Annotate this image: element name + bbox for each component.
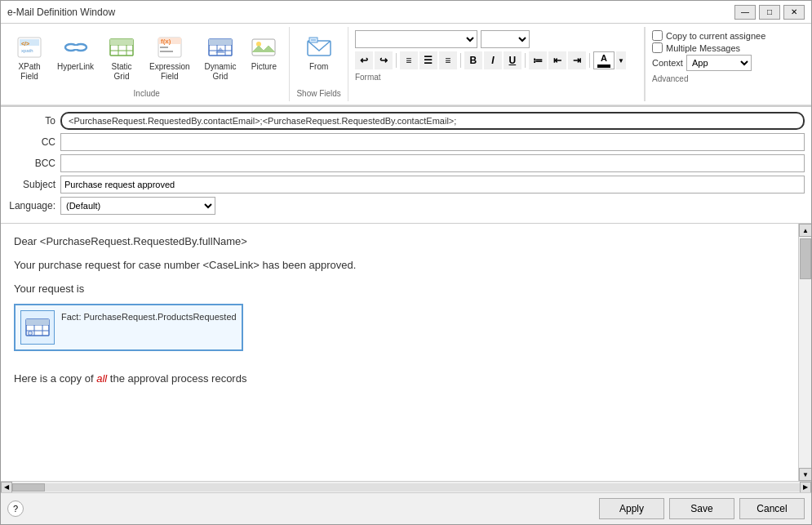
advanced-group-label: Advanced bbox=[652, 74, 801, 83]
dynamic-grid-label: DynamicGrid bbox=[205, 62, 237, 82]
context-row: Context App bbox=[652, 55, 801, 71]
hyperlink-icon bbox=[63, 34, 89, 60]
align-left-button[interactable]: ≡ bbox=[400, 51, 418, 69]
list-button[interactable]: ≔ bbox=[529, 51, 547, 69]
expression-field-button[interactable]: f(x) ExpressionField bbox=[144, 30, 195, 86]
content-line2: Your purchase request for case number <C… bbox=[14, 257, 785, 274]
font-dropdown[interactable] bbox=[355, 30, 477, 48]
underline-button[interactable]: U bbox=[504, 51, 521, 69]
indent-left-button[interactable]: ⇤ bbox=[548, 51, 566, 69]
close-button[interactable]: ✕ bbox=[783, 5, 805, 20]
color-swatch bbox=[597, 65, 610, 68]
redo-button[interactable]: ↪ bbox=[375, 51, 393, 69]
apply-button[interactable]: Apply bbox=[599, 498, 664, 519]
language-dropdown[interactable]: (Default) bbox=[60, 197, 215, 215]
from-label: From bbox=[309, 62, 328, 72]
from-icon bbox=[306, 34, 332, 60]
form-area: To <PurchaseRequest.RequestedBy.contactE… bbox=[1, 107, 811, 224]
help-icon: ? bbox=[13, 504, 18, 514]
color-letter: A bbox=[601, 52, 607, 64]
subject-label: Subject bbox=[7, 179, 60, 190]
hyperlink-button[interactable]: HyperLink bbox=[51, 30, 100, 76]
svg-rect-35 bbox=[26, 319, 49, 325]
dynamic-grid-icon bbox=[207, 34, 233, 60]
svg-rect-23 bbox=[209, 39, 232, 45]
vertical-scrollbar[interactable]: ▲ ▼ bbox=[798, 224, 811, 481]
static-grid-button[interactable]: StaticGrid bbox=[103, 30, 140, 86]
bold-button[interactable]: B bbox=[464, 51, 482, 69]
window-title: e-Mail Definition Window bbox=[7, 7, 115, 18]
copy-to-assignee-checkbox[interactable] bbox=[652, 30, 663, 41]
content-line3: Your request is bbox=[14, 281, 785, 298]
svg-text:f(x): f(x) bbox=[161, 38, 171, 45]
save-button[interactable]: Save bbox=[669, 498, 734, 519]
minimize-button[interactable]: — bbox=[734, 5, 756, 20]
scroll-up-button[interactable]: ▲ bbox=[799, 224, 811, 237]
from-button[interactable]: From bbox=[300, 30, 338, 76]
advanced-group: Copy to current assignee Multiple Messag… bbox=[645, 27, 808, 101]
align-right-button[interactable]: ≡ bbox=[439, 51, 457, 69]
scroll-down-button[interactable]: ▼ bbox=[799, 468, 811, 481]
separator-3 bbox=[525, 53, 526, 68]
cc-row: CC bbox=[7, 133, 805, 151]
include-group-label: Include bbox=[134, 89, 160, 98]
context-label: Context bbox=[652, 58, 683, 68]
grid-widget-label: Fact: PurchaseRequest.ProductsRequested bbox=[61, 310, 237, 345]
content-line1: Dear <PurchaseRequest.RequestedBy.fullNa… bbox=[14, 234, 785, 251]
separator-4 bbox=[589, 53, 590, 68]
xpath-field-label: XPathField bbox=[18, 62, 40, 82]
picture-icon bbox=[251, 34, 277, 60]
size-dropdown[interactable] bbox=[481, 30, 530, 48]
window-controls: — □ ✕ bbox=[734, 5, 805, 20]
cancel-button[interactable]: Cancel bbox=[739, 498, 805, 519]
copy-to-assignee-row: Copy to current assignee bbox=[652, 30, 801, 41]
svg-rect-17 bbox=[160, 51, 173, 52]
undo-button[interactable]: ↩ bbox=[355, 51, 373, 69]
svg-text:</>: </> bbox=[21, 41, 29, 47]
ribbon: </>xpath XPathField HyperLink bbox=[1, 24, 811, 107]
svg-rect-16 bbox=[160, 47, 168, 48]
bcc-label: BCC bbox=[7, 158, 60, 169]
dynamic-grid-button[interactable]: DynamicGrid bbox=[199, 30, 242, 86]
to-field-value[interactable]: <PurchaseRequest.RequestedBy.contactEmai… bbox=[69, 116, 456, 126]
language-label: Language: bbox=[7, 200, 60, 211]
multiple-messages-checkbox[interactable] bbox=[652, 42, 663, 53]
subject-input[interactable] bbox=[60, 176, 805, 194]
multiple-messages-row: Multiple Messages bbox=[652, 42, 801, 53]
context-dropdown[interactable]: App bbox=[686, 55, 752, 71]
align-center-button[interactable]: ☰ bbox=[419, 51, 437, 69]
h-scroll-left-button[interactable]: ◀ bbox=[1, 482, 12, 493]
italic-button[interactable]: I bbox=[484, 51, 502, 69]
picture-button[interactable]: Picture bbox=[245, 30, 282, 76]
include-items: </>xpath XPathField HyperLink bbox=[11, 30, 282, 86]
horizontal-scrollbar[interactable]: ◀ ▶ bbox=[1, 481, 811, 492]
ribbon-content: </>xpath XPathField HyperLink bbox=[1, 24, 811, 105]
xpath-field-button[interactable]: </>xpath XPathField bbox=[11, 30, 48, 86]
subject-row: Subject bbox=[7, 176, 805, 194]
format-top-row bbox=[355, 30, 637, 48]
cc-input[interactable] bbox=[60, 133, 805, 151]
svg-rect-25 bbox=[252, 39, 275, 56]
color-button[interactable]: A bbox=[593, 51, 615, 69]
indent-right-button[interactable]: ⇥ bbox=[568, 51, 586, 69]
xpath-icon: </>xpath bbox=[16, 34, 42, 60]
highlight-all: all bbox=[96, 372, 107, 385]
h-scroll-track bbox=[12, 483, 800, 492]
color-dropdown-button[interactable]: ▼ bbox=[616, 51, 626, 69]
to-field-container: <PurchaseRequest.RequestedBy.contactEmai… bbox=[60, 112, 805, 130]
to-row: To <PurchaseRequest.RequestedBy.contactE… bbox=[7, 112, 805, 130]
content-wrapper: Dear <PurchaseRequest.RequestedBy.fullNa… bbox=[1, 224, 811, 481]
bcc-row: BCC bbox=[7, 154, 805, 172]
help-button[interactable]: ? bbox=[7, 501, 24, 517]
separator-1 bbox=[396, 53, 397, 68]
h-scroll-thumb[interactable] bbox=[12, 483, 45, 492]
svg-text:xpath: xpath bbox=[21, 48, 33, 53]
bottom-bar: ? Apply Save Cancel bbox=[1, 492, 811, 524]
cc-label: CC bbox=[7, 136, 60, 148]
maximize-button[interactable]: □ bbox=[759, 5, 780, 20]
expression-icon: f(x) bbox=[157, 34, 183, 60]
scroll-thumb[interactable] bbox=[800, 238, 811, 279]
grid-widget-icon bbox=[20, 310, 55, 345]
h-scroll-right-button[interactable]: ▶ bbox=[800, 482, 811, 493]
bcc-input[interactable] bbox=[60, 154, 805, 172]
